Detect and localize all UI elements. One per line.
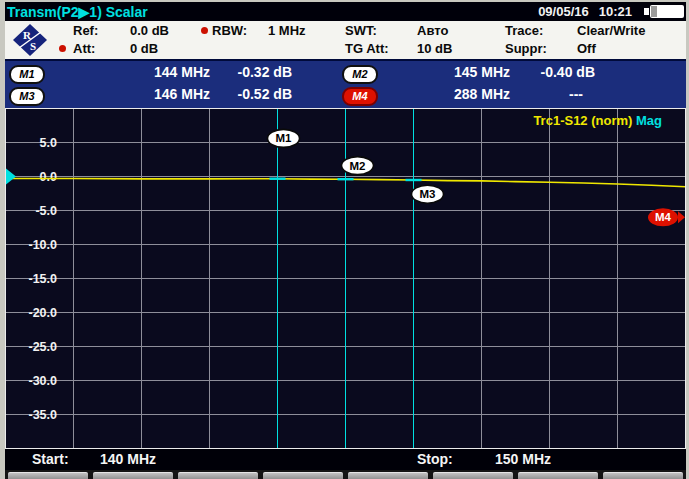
suppr-value[interactable]: Off	[577, 41, 596, 56]
trace-mode-value[interactable]: Clear/Write	[577, 23, 645, 38]
title-bar-status: 09/05/16 10:21	[538, 2, 684, 21]
softkey-button[interactable]	[8, 472, 88, 479]
att-value[interactable]: 0 dB	[130, 41, 158, 56]
rbw-active-dot	[201, 27, 208, 34]
softkey-strip	[5, 470, 686, 479]
swt-value[interactable]: Авто	[417, 23, 448, 38]
start-value[interactable]: 140 MHz	[100, 451, 156, 467]
instrument-screen: Transm(P2▶1) Scalar 09/05/16 10:21 R S R…	[5, 2, 686, 479]
ref-label: Ref:	[73, 23, 98, 38]
svg-text:S: S	[30, 40, 36, 52]
marker-m1-badge[interactable]: M1	[9, 65, 45, 84]
softkey-button[interactable]	[603, 472, 683, 479]
settings-header: R S Ref: 0.0 dB Att: 0 dB RBW: 1 MHz SWT…	[5, 21, 686, 59]
marker-m2-level: -0.40 dB	[515, 64, 595, 80]
suppr-label: Suppr:	[505, 41, 547, 56]
stop-value[interactable]: 150 MHz	[495, 451, 551, 467]
table-row: M3 146 MHz -0.52 dB M4 288 MHz ---	[5, 86, 686, 108]
svg-text:-35.0: -35.0	[29, 408, 58, 422]
rbw-label: RBW:	[212, 23, 247, 38]
att-label: Att:	[73, 41, 95, 56]
rbw-value[interactable]: 1 MHz	[268, 23, 306, 38]
marker-m1-level: -0.32 dB	[210, 64, 292, 80]
svg-text:0.0: 0.0	[40, 170, 57, 184]
svg-text:-5.0: -5.0	[35, 204, 57, 218]
softkey-button[interactable]	[348, 472, 428, 479]
page-title: Transm(P2▶1) Scalar	[5, 4, 148, 20]
svg-text:-25.0: -25.0	[29, 340, 58, 354]
marker-m4-freq: 288 MHz	[390, 86, 510, 102]
trace-mode-label: Trace:	[505, 23, 543, 38]
marker-m2-freq: 145 MHz	[390, 64, 510, 80]
svg-text:M3: M3	[420, 188, 436, 200]
tg-att-label: TG Att:	[345, 41, 389, 56]
softkey-button[interactable]	[433, 472, 513, 479]
svg-text:-20.0: -20.0	[29, 306, 58, 320]
svg-text:-30.0: -30.0	[29, 374, 58, 388]
time-display: 10:21	[599, 4, 632, 19]
rs-logo-icon: R S	[11, 22, 49, 58]
ref-value[interactable]: 0.0 dB	[130, 23, 169, 38]
marker-m3-freq: 146 MHz	[85, 86, 210, 102]
att-active-dot	[59, 45, 66, 52]
marker-m3-badge[interactable]: M3	[9, 87, 45, 106]
svg-text:-10.0: -10.0	[29, 238, 58, 252]
frequency-bar: Start: 140 MHz Stop: 150 MHz	[5, 449, 686, 470]
start-label: Start:	[32, 451, 69, 467]
softkey-button[interactable]	[518, 472, 598, 479]
marker-m4-badge[interactable]: M4	[342, 87, 378, 106]
marker-m1-freq: 144 MHz	[85, 64, 210, 80]
table-row: M1 144 MHz -0.32 dB M2 145 MHz -0.40 dB	[5, 64, 686, 86]
marker-m4-level: ---	[515, 86, 583, 102]
softkey-button[interactable]	[178, 472, 258, 479]
tg-att-value[interactable]: 10 dB	[417, 41, 452, 56]
svg-text:M4: M4	[655, 211, 672, 223]
svg-text:5.0: 5.0	[40, 136, 57, 150]
title-bar: Transm(P2▶1) Scalar 09/05/16 10:21	[5, 2, 686, 21]
date-display: 09/05/16	[538, 4, 589, 19]
marker-m2-badge[interactable]: M2	[342, 65, 378, 84]
battery-icon	[650, 5, 684, 18]
ref-level-arrow	[6, 169, 16, 185]
svg-text:M1: M1	[276, 132, 293, 144]
softkey-button[interactable]	[93, 472, 173, 479]
marker-m3-level: -0.52 dB	[210, 86, 292, 102]
swt-label: SWT:	[345, 23, 377, 38]
svg-text:M2: M2	[350, 160, 366, 172]
stop-label: Stop:	[417, 451, 453, 467]
trace-title: Trc1-S12 (norm) Mag	[533, 113, 662, 128]
marker-table: M1 144 MHz -0.32 dB M2 145 MHz -0.40 dB …	[5, 59, 686, 108]
svg-text:-15.0: -15.0	[29, 272, 58, 286]
softkey-button[interactable]	[263, 472, 343, 479]
measurement-graph[interactable]: 5.00.0-5.0-10.0-15.0-20.0-25.0-30.0-35.0…	[5, 108, 686, 449]
